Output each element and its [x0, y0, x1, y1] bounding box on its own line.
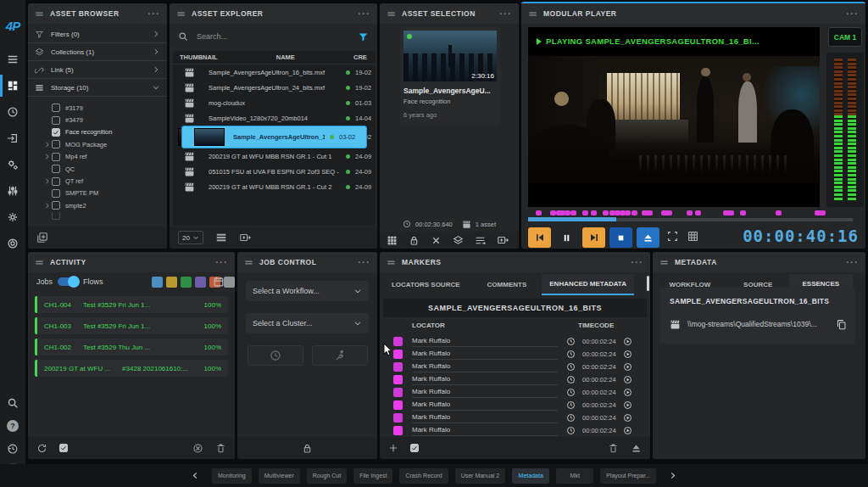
table-row[interactable]: SampleVideo_1280x720_20mb01414-04: [173, 110, 376, 126]
drag-handle-icon[interactable]: [35, 9, 44, 19]
expand-chevron-icon[interactable]: [42, 200, 52, 210]
checkbox[interactable]: [52, 104, 60, 112]
copy-icon[interactable]: [836, 319, 847, 330]
lock-icon[interactable]: [409, 235, 420, 246]
checkbox[interactable]: [52, 140, 60, 148]
expand-chevron-icon[interactable]: [42, 139, 52, 149]
drag-handle-icon[interactable]: [659, 258, 669, 267]
add-marker-icon[interactable]: [388, 443, 398, 453]
table-row[interactable]: Sample_AvengersAgeUltron_24_bits.mxf19-0…: [173, 80, 376, 95]
drag-handle-icon[interactable]: [244, 258, 253, 267]
next-frame-button[interactable]: [582, 227, 605, 248]
panel-menu-icon[interactable]: ···: [148, 9, 161, 19]
settings-gear-icon[interactable]: [0, 206, 25, 228]
clock-icon[interactable]: [566, 426, 576, 435]
timeline-marker[interactable]: [625, 210, 631, 216]
taskbar-button-multiviewer[interactable]: Multiviewer: [259, 468, 300, 484]
panel-menu-icon[interactable]: ···: [359, 258, 371, 267]
locator-field[interactable]: Mark Ruffalo: [412, 362, 558, 372]
play-marker-icon[interactable]: [623, 400, 632, 410]
table-row[interactable]: mog-cloudux01-03: [173, 95, 376, 110]
drag-handle-icon[interactable]: [176, 9, 186, 19]
cancel-jobs-icon[interactable]: [192, 443, 203, 454]
taskbar-button-mkt[interactable]: Mkt: [556, 468, 593, 484]
layers-icon[interactable]: [453, 235, 464, 246]
clock-icon[interactable]: [566, 400, 576, 410]
workflow-select[interactable]: Select a Workflow...: [246, 281, 369, 301]
schedule-job-button[interactable]: [248, 345, 303, 366]
panel-menu-icon[interactable]: ···: [216, 258, 229, 267]
archive-icon[interactable]: [239, 232, 251, 244]
pause-button[interactable]: [555, 227, 578, 248]
locator-field[interactable]: Mark Ruffalo: [412, 388, 558, 398]
job-row[interactable]: CH1-003Test #3529 Fri Jun 1...100%: [35, 317, 228, 334]
calendar-icon[interactable]: [213, 276, 225, 288]
panel-menu-icon[interactable]: ···: [500, 9, 513, 19]
timeline-marker[interactable]: [815, 210, 826, 216]
panel-menu-icon[interactable]: ···: [359, 9, 371, 19]
locator-field[interactable]: Mark Ruffalo: [412, 400, 558, 411]
checkbox[interactable]: [52, 189, 60, 198]
legend-color-swatch[interactable]: [195, 277, 206, 288]
history-icon[interactable]: [0, 438, 25, 460]
play-marker-icon[interactable]: [623, 375, 632, 384]
collections-section[interactable]: Collections (1): [28, 43, 167, 61]
panel-menu-icon[interactable]: ···: [632, 258, 644, 267]
checkbox-checked[interactable]: [52, 128, 60, 137]
list-view-icon[interactable]: [215, 232, 227, 244]
mixer-sliders-icon[interactable]: [0, 180, 25, 202]
timeline-marker[interactable]: [642, 210, 653, 216]
scrollbar-thumb[interactable]: [647, 276, 649, 291]
timeline-marker[interactable]: [632, 210, 637, 216]
table-row[interactable]: 051015 FSU at UVA FB ESPN GR 2of3 SEQ - …: [173, 164, 376, 179]
legend-color-swatch[interactable]: [166, 277, 177, 288]
selected-asset-card[interactable]: 2:30:16 Sample_AvengersAgeU... Face reco…: [400, 27, 500, 126]
job-row[interactable]: CH1-004Test #3529 Fri Jun 1...100%: [35, 296, 228, 313]
clock-icon[interactable]: [566, 337, 576, 346]
checkbox[interactable]: [52, 153, 60, 161]
toggle-label-jobs[interactable]: Jobs: [36, 277, 53, 286]
cam-1-button[interactable]: CAM 1: [828, 27, 862, 47]
timeline-marker[interactable]: [687, 210, 693, 216]
refresh-icon[interactable]: [36, 443, 47, 454]
drag-handle-icon[interactable]: [387, 9, 396, 19]
timeline[interactable]: [528, 210, 854, 224]
play-marker-icon[interactable]: [623, 362, 632, 372]
table-row-selected[interactable]: Sample_AvengersAgeUltron_16_bits03-02: [181, 126, 367, 148]
eject-icon[interactable]: [631, 443, 642, 454]
search-icon[interactable]: [0, 392, 25, 414]
job-row[interactable]: 200219 GT at WFU ...#3428 2021061610:...…: [35, 360, 228, 377]
play-marker-icon[interactable]: [623, 350, 632, 359]
fullscreen-icon[interactable]: [667, 231, 678, 242]
timeline-marker[interactable]: [570, 210, 576, 216]
toggle-switch[interactable]: [58, 277, 78, 286]
record-power-icon[interactable]: [0, 232, 25, 255]
playlist-icon[interactable]: [475, 235, 486, 246]
timeline-marker[interactable]: [723, 210, 734, 216]
drag-handle-icon[interactable]: [387, 258, 396, 267]
ingest-icon[interactable]: [0, 127, 25, 149]
table-row[interactable]: 200219 GT at WFU MBB RSN GR.1 - Cut 124-…: [173, 148, 376, 164]
clock-icon[interactable]: [566, 413, 576, 423]
tab-locators-source[interactable]: LOCATORS SOURCE: [380, 274, 471, 295]
search-input[interactable]: [195, 31, 358, 42]
taskbar-button-metadata-active[interactable]: Metadata: [512, 468, 549, 484]
checkbox[interactable]: [52, 116, 60, 125]
timeline-marker[interactable]: [695, 210, 701, 216]
grid-view-icon[interactable]: [387, 235, 398, 246]
legend-color-swatch[interactable]: [224, 277, 235, 288]
page-size-select[interactable]: 20: [178, 231, 203, 244]
menu-icon[interactable]: [0, 48, 25, 70]
play-marker-icon[interactable]: [623, 388, 632, 397]
toggle-label-flows[interactable]: Flows: [83, 277, 103, 286]
legend-color-swatch[interactable]: [181, 277, 192, 288]
select-all-checkbox[interactable]: [59, 444, 68, 452]
table-row[interactable]: Sample_AvengersAgeUltron_16_bits.mxf19-0…: [173, 64, 376, 80]
tab-enhanced-metadata[interactable]: ENHANCED METADATA: [542, 274, 633, 295]
job-row[interactable]: CH1-002Test #3529 Thu Jun ...100%: [35, 339, 228, 355]
timeline-marker[interactable]: [536, 210, 542, 216]
locator-field[interactable]: Mark Ruffalo: [412, 375, 558, 385]
add-collection-icon[interactable]: [36, 232, 48, 244]
checkbox[interactable]: [52, 201, 60, 210]
clock-icon[interactable]: [566, 350, 576, 359]
